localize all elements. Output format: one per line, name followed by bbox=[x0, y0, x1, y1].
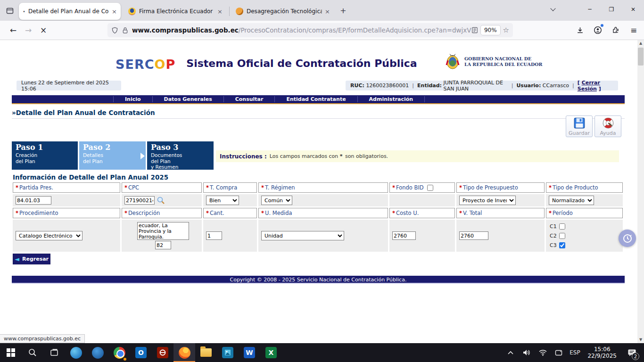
user-label: Usuario: bbox=[516, 82, 541, 89]
language-indicator[interactable]: ESP bbox=[568, 343, 582, 362]
action-center-button[interactable]: 2 bbox=[622, 343, 641, 362]
cant-input[interactable] bbox=[206, 231, 222, 240]
menu-datos-generales[interactable]: Datos Generales bbox=[153, 96, 224, 102]
cell-partida bbox=[13, 194, 120, 206]
step-1: Paso 1 Creación del Plan bbox=[12, 141, 78, 170]
cpc-search-icon[interactable] bbox=[157, 196, 165, 205]
tcompra-select[interactable]: Bien bbox=[206, 196, 239, 205]
new-tab-button[interactable]: + bbox=[338, 6, 349, 17]
page-footer: Copyright © 2008 - 2025 Servicio Naciona… bbox=[12, 276, 625, 284]
scroll-up-icon[interactable]: ▲ bbox=[637, 40, 644, 47]
taskbar-app-excel[interactable]: X bbox=[260, 343, 282, 362]
screen-cast-icon[interactable] bbox=[552, 343, 566, 362]
floating-clock-widget[interactable] bbox=[619, 230, 636, 247]
chrome-icon bbox=[114, 347, 125, 359]
partida-input[interactable] bbox=[16, 196, 51, 205]
extensions-icon[interactable] bbox=[610, 25, 621, 36]
section-title: Información de Detalle del Plan Anual 20… bbox=[13, 173, 168, 181]
cpc-input[interactable] bbox=[124, 196, 155, 205]
descripcion-code-input[interactable] bbox=[155, 241, 171, 249]
link-status-tooltip: www.compraspublicas.gob.ec bbox=[0, 334, 85, 343]
menu-administracion[interactable]: Administración bbox=[358, 96, 425, 102]
scroll-down-icon[interactable]: ▼ bbox=[637, 337, 644, 343]
taskbar-app-edge[interactable] bbox=[65, 343, 87, 362]
vtotal-input[interactable] bbox=[459, 231, 488, 240]
tab-desagregacion[interactable]: Desagregación Tecnológica: Cál × bbox=[232, 3, 334, 20]
menu-entidad-contratante[interactable]: Entidad Contratante bbox=[275, 96, 357, 102]
fondo-bid-checkbox[interactable] bbox=[427, 185, 433, 191]
zoom-level-button[interactable]: 90% bbox=[481, 25, 500, 35]
tray-expand-chevron-icon[interactable] bbox=[504, 343, 518, 362]
window-minimize-button[interactable]: ─ bbox=[579, 0, 601, 19]
task-view-button[interactable] bbox=[43, 343, 65, 362]
tracking-shield-icon[interactable] bbox=[111, 27, 118, 34]
bookmark-star-icon[interactable]: ☆ bbox=[503, 26, 509, 34]
cell-cpc bbox=[122, 194, 202, 206]
photos-icon bbox=[222, 347, 233, 358]
taskbar-app-word[interactable]: W bbox=[239, 343, 260, 362]
start-button[interactable] bbox=[0, 343, 22, 362]
descripcion-textarea[interactable]: ecuador, La Provincia y la Parroquia. bbox=[137, 222, 189, 240]
taskbar-app-chrome[interactable] bbox=[108, 343, 130, 362]
tab-separator bbox=[229, 7, 230, 16]
taskbar-search-button[interactable] bbox=[22, 343, 43, 362]
step-2-active: Paso 2 Detalles del Plan bbox=[79, 141, 146, 170]
url-text[interactable]: www.compraspublicas.gob.ec/ProcesoContra… bbox=[132, 26, 471, 34]
session-bar: RUC: 1260023860001 | Entidad: JUNTA PARR… bbox=[346, 81, 618, 90]
procedimiento-select[interactable]: Catalogo Electrónico bbox=[16, 231, 83, 240]
stop-button[interactable]: × bbox=[36, 24, 51, 37]
window-maximize-button[interactable]: ❐ bbox=[601, 0, 622, 19]
taskbar-app-explorer[interactable] bbox=[195, 343, 217, 362]
taskbar-app-photos[interactable] bbox=[217, 343, 239, 362]
list-tabs-chevron-icon[interactable] bbox=[542, 0, 564, 19]
regresar-button[interactable]: ◄ Regresar bbox=[13, 254, 50, 264]
menu-inicio[interactable]: Inicio bbox=[113, 96, 153, 102]
address-bar[interactable]: www.compraspublicas.gob.ec/ProcesoContra… bbox=[107, 23, 513, 37]
page-title: »Detalle del Plan Anual de Contratación bbox=[12, 109, 625, 119]
tab-close-icon[interactable]: × bbox=[112, 8, 117, 15]
guardar-button[interactable]: Guardar bbox=[566, 115, 593, 137]
ruc-value: 1260023860001 bbox=[366, 82, 409, 89]
taskbar-app-outlook[interactable]: O bbox=[130, 343, 152, 362]
header-cant: *Cant. bbox=[203, 208, 257, 218]
desktop-screen: • Detalle del Plan Anual de Contr × Firm… bbox=[0, 0, 644, 362]
umedida-select[interactable]: Unidad bbox=[261, 231, 344, 240]
back-button[interactable]: ← bbox=[6, 24, 21, 37]
menu-consultar[interactable]: Consultar bbox=[224, 96, 275, 102]
periodo-c2-checkbox[interactable] bbox=[559, 233, 565, 239]
taskbar-clock[interactable]: 15:06 22/9/2025 bbox=[584, 346, 620, 359]
lock-icon[interactable] bbox=[122, 27, 128, 34]
ayuda-button[interactable]: Ayuda bbox=[594, 115, 621, 137]
downloads-icon[interactable] bbox=[574, 25, 586, 36]
account-notification-dot bbox=[600, 24, 604, 27]
firefox-view-icon[interactable] bbox=[4, 5, 16, 17]
tab-detalle-plan[interactable]: • Detalle del Plan Anual de Contr × bbox=[19, 3, 121, 20]
tab-close-icon[interactable]: × bbox=[325, 8, 330, 15]
page-scrollbar[interactable]: ▲ ▼ bbox=[637, 40, 644, 343]
account-icon[interactable] bbox=[592, 25, 603, 36]
window-close-button[interactable]: ✕ bbox=[622, 0, 644, 19]
scrollbar-thumb[interactable] bbox=[638, 48, 644, 66]
forward-button[interactable]: → bbox=[21, 24, 36, 37]
taskbar-app-browser-blue[interactable] bbox=[87, 343, 108, 362]
tipo-presupuesto-select[interactable]: Proyecto de Inversión bbox=[459, 196, 516, 205]
tipo-producto-select[interactable]: Normalizado bbox=[549, 196, 594, 205]
periodo-c3-checkbox[interactable] bbox=[559, 242, 565, 248]
logout-link[interactable]: [ Cerrar Sesión ] bbox=[578, 80, 613, 92]
periodo-c1-checkbox[interactable] bbox=[559, 223, 565, 230]
tab-title: Desagregación Tecnológica: Cál bbox=[247, 8, 322, 15]
taskbar-app-firefox-active[interactable] bbox=[173, 343, 195, 362]
volume-icon[interactable] bbox=[520, 343, 534, 362]
blue-browser-icon bbox=[92, 347, 104, 359]
tab-firma-electronica[interactable]: Firma Electrónica Ecuador - Firm × bbox=[124, 3, 226, 20]
file-explorer-icon bbox=[200, 348, 212, 357]
tab-modified-dot: • bbox=[23, 9, 25, 14]
tab-close-icon[interactable]: × bbox=[217, 8, 223, 15]
reader-mode-icon[interactable] bbox=[471, 27, 478, 33]
app-menu-icon[interactable]: ≡ bbox=[628, 25, 639, 36]
taskbar-app-acrobat[interactable] bbox=[152, 343, 173, 362]
tregimen-select[interactable]: Común bbox=[261, 196, 292, 205]
outlook-icon: O bbox=[135, 347, 147, 358]
costo-input[interactable] bbox=[392, 231, 416, 240]
wifi-icon[interactable] bbox=[536, 343, 550, 362]
